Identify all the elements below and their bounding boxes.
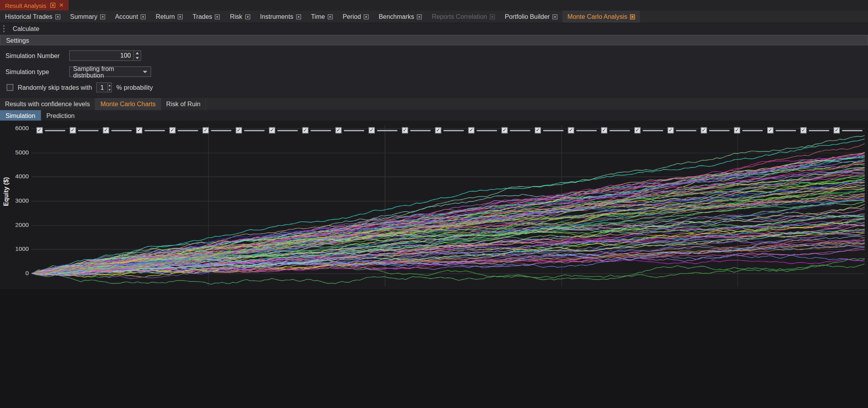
pin-icon[interactable] [141,14,146,19]
toolbar-drag-handle[interactable] [3,25,5,33]
calculate-button[interactable]: Calculate [10,25,42,33]
series-line-sample [775,130,796,131]
spinner-buttons [134,51,141,60]
simulation-type-dropdown[interactable]: Sampling from distribution [69,66,151,77]
series-checkbox[interactable]: ✓ [734,127,740,134]
simulation-type-value: Sampling from distribution [73,65,143,78]
tab-account[interactable]: Account [110,11,151,23]
pin-icon[interactable] [215,14,220,19]
tab-label: Historical Trades [5,13,53,20]
series-checkbox[interactable]: ✓ [535,127,541,134]
series-checkbox[interactable]: ✓ [501,127,508,134]
tab-reports-correlation[interactable]: Reports Correlation [427,11,500,23]
tab-period[interactable]: Period [338,11,374,23]
series-checkbox[interactable]: ✓ [70,127,76,134]
close-icon[interactable]: ✕ [59,2,64,8]
series-checkbox[interactable]: ✓ [801,127,807,134]
series-checkbox[interactable]: ✓ [634,127,641,134]
tab-monte-carlo-analysis[interactable]: Monte Carlo Analysis [563,11,640,23]
tab-label: Return [156,13,175,20]
series-checkbox[interactable]: ✓ [236,127,242,134]
pin-icon[interactable] [552,14,557,19]
series-line-sample [643,130,663,131]
pin-icon[interactable] [178,14,183,19]
tab-portfolio-builder[interactable]: Portfolio Builder [500,11,563,23]
subtab-risk-of-ruin[interactable]: Risk of Ruin [161,98,206,110]
pin-icon[interactable] [296,14,301,19]
tab-prediction[interactable]: Prediction [41,110,80,121]
legend-item: ✓ [203,127,231,134]
tab-risk[interactable]: Risk [225,11,255,23]
settings-panel: Simulation Number Simulation type Sampli… [0,45,868,96]
series-checkbox[interactable]: ✓ [302,127,309,134]
pin-icon[interactable] [328,14,333,19]
simulation-number-stepper[interactable] [69,50,141,61]
series-checkbox[interactable]: ✓ [767,127,774,134]
series-line-sample [477,130,497,131]
tab-historical-trades[interactable]: Historical Trades [0,11,65,23]
y-tick-label: 0 [8,270,29,276]
series-line-sample [842,130,863,131]
tab-label: Account [115,13,138,20]
tab-label: Monte Carlo Analysis [567,13,627,20]
tab-simulation[interactable]: Simulation [0,110,41,121]
series-line-sample [709,130,730,131]
tab-return[interactable]: Return [151,11,188,23]
legend-item: ✓ [269,127,298,134]
series-checkbox[interactable]: ✓ [435,127,441,134]
spin-down-icon[interactable] [108,87,111,92]
result-subtab-bar: Results with confidence levelsMonte Carl… [0,98,868,111]
subtab-monte-carlo-charts[interactable]: Monte Carlo Charts [95,98,161,110]
legend-item: ✓ [169,127,198,134]
tab-label: Simulation [5,112,35,119]
series-checkbox[interactable]: ✓ [402,127,408,134]
tab-time[interactable]: Time [306,11,338,23]
series-checkbox[interactable]: ✓ [601,127,607,134]
series-checkbox[interactable]: ✓ [833,127,840,134]
legend-item: ✓ [469,127,497,134]
tab-benchmarks[interactable]: Benchmarks [374,11,427,23]
spin-up-icon[interactable] [108,83,111,87]
series-checkbox[interactable]: ✓ [269,127,275,134]
legend-item: ✓ [402,127,430,134]
simulation-number-input[interactable] [70,51,134,60]
series-checkbox[interactable]: ✓ [369,127,375,134]
subtab-results-with-confidence-levels[interactable]: Results with confidence levels [0,98,95,110]
series-checkbox[interactable]: ✓ [103,127,109,134]
series-checkbox[interactable]: ✓ [469,127,475,134]
series-line-sample [443,130,464,131]
simulation-number-label: Simulation Number [5,52,69,59]
legend-item: ✓ [568,127,597,134]
skip-probability-input[interactable] [97,83,107,92]
series-checkbox[interactable]: ✓ [701,127,707,134]
pin-icon[interactable] [364,14,369,19]
series-checkbox[interactable]: ✓ [169,127,176,134]
series-checkbox[interactable]: ✓ [568,127,574,134]
series-line-sample [78,130,98,131]
pin-icon[interactable] [417,14,422,19]
series-checkbox[interactable]: ✓ [203,127,209,134]
spin-up-icon[interactable] [134,51,140,56]
pin-icon[interactable] [630,14,635,19]
series-checkbox[interactable]: ✓ [668,127,674,134]
tab-summary[interactable]: Summary [65,11,110,23]
skip-trades-checkbox[interactable] [7,84,13,91]
skip-probability-stepper[interactable] [96,82,112,92]
tab-trades[interactable]: Trades [188,11,225,23]
pin-icon[interactable] [100,14,105,19]
series-checkbox[interactable]: ✓ [36,127,43,134]
series-checkbox[interactable]: ✓ [336,127,342,134]
window-tab-result-analysis[interactable]: Result Analysis ✕ [0,0,69,11]
series-checkbox[interactable]: ✓ [136,127,142,134]
result-analysis-window: Result Analysis ✕ Historical TradesSumma… [0,0,868,289]
tab-label: Results with confidence levels [5,101,90,107]
spin-down-icon[interactable] [134,56,140,60]
pin-icon[interactable] [50,3,55,8]
pin-icon[interactable] [55,14,60,19]
settings-section-header[interactable]: Settings [0,35,868,45]
pin-icon[interactable] [245,14,250,19]
series-line-sample [277,130,298,131]
tab-instruments[interactable]: Instruments [255,11,306,23]
y-tick-label: 4000 [8,173,29,180]
pin-icon[interactable] [490,14,495,19]
